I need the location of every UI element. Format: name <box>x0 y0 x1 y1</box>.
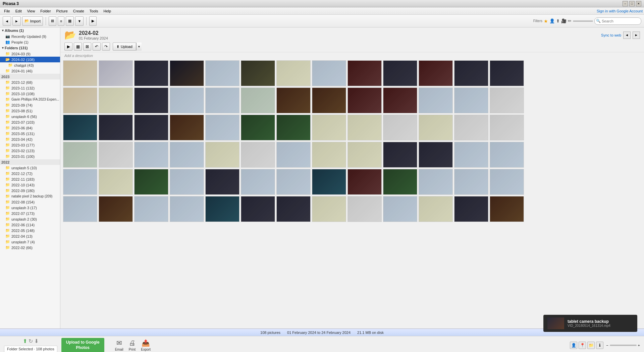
sync-left-button[interactable]: ◄ <box>623 32 631 39</box>
photo-thumbnail[interactable] <box>99 142 133 168</box>
photo-thumbnail[interactable] <box>276 60 311 86</box>
photo-thumbnail[interactable] <box>490 60 524 86</box>
photo-thumbnail[interactable] <box>63 169 97 195</box>
upload-button[interactable]: ⬆ Upload <box>113 43 136 51</box>
photo-thumbnail[interactable] <box>490 169 524 195</box>
menu-file[interactable]: File <box>1 8 13 14</box>
photo-thumbnail[interactable] <box>347 87 382 113</box>
photo-thumbnail[interactable] <box>383 196 417 222</box>
sidebar-item-2024-02[interactable]: 📂 2024-02 (108) <box>0 57 60 62</box>
forward-button[interactable]: ► <box>12 16 21 26</box>
photo-thumbnail[interactable] <box>241 115 275 140</box>
photo-thumbnail[interactable] <box>276 169 311 195</box>
menu-help[interactable]: Help <box>101 8 114 14</box>
photo-thumbnail[interactable] <box>63 115 97 140</box>
menu-create[interactable]: Create <box>70 8 87 14</box>
photo-thumbnail[interactable] <box>276 142 311 168</box>
sidebar-item-2023-05[interactable]: 📁2023-05 (131) <box>0 131 60 136</box>
sidebar-item-2023-12[interactable]: 📁2023-12 (68) <box>0 79 60 85</box>
photo-thumbnail[interactable] <box>490 87 524 113</box>
photo-thumbnail[interactable] <box>419 169 453 195</box>
sidebar-item-2022-12[interactable]: 📁2022-12 (72) <box>0 171 60 176</box>
sync-right-button[interactable]: ► <box>633 32 640 39</box>
view-folder-button[interactable]: 📁 <box>587 342 595 349</box>
photo-thumbnail[interactable] <box>383 60 417 86</box>
close-button[interactable]: ✕ <box>636 1 641 6</box>
description-area[interactable]: Add a description <box>60 52 644 59</box>
photo-thumbnail[interactable] <box>490 196 524 222</box>
sidebar-item-2022-05[interactable]: 📁2022-05 (148) <box>0 228 60 233</box>
photo-thumbnail[interactable] <box>454 60 488 86</box>
signin-link[interactable]: Sign in with Google Account <box>597 9 643 13</box>
photo-thumbnail[interactable] <box>99 60 133 86</box>
photo-thumbnail[interactable] <box>241 169 275 195</box>
sidebar-item-2023-04[interactable]: 📁2023-04 (42) <box>0 136 60 142</box>
back-button[interactable]: ◄ <box>3 16 11 26</box>
view-info-button[interactable]: ℹ <box>596 342 603 349</box>
photo-thumbnail[interactable] <box>63 87 97 113</box>
photo-thumbnail[interactable] <box>134 142 168 168</box>
photo-thumbnail[interactable] <box>490 142 524 168</box>
photo-thumbnail[interactable] <box>347 60 382 86</box>
photo-thumbnail[interactable] <box>454 115 488 140</box>
folders-section-header[interactable]: ▼ Folders (131) <box>0 45 60 51</box>
photo-thumbnail[interactable] <box>63 142 97 168</box>
minimize-button[interactable]: – <box>623 1 628 6</box>
photo-thumbnail[interactable] <box>312 169 346 195</box>
sidebar-item-natalie[interactable]: 📁natalie pixel 2 backup (209) <box>0 193 60 199</box>
photo-thumbnail[interactable] <box>383 87 417 113</box>
collage-button[interactable]: ⊠ <box>83 43 91 51</box>
albums-section-header[interactable]: ▼ Albums (1) <box>0 27 60 34</box>
photo-thumbnail[interactable] <box>383 169 417 195</box>
sidebar-item-2023-06[interactable]: 📁2023-06 (84) <box>0 125 60 131</box>
photo-thumbnail[interactable] <box>99 115 133 140</box>
filter-edit-icon[interactable]: ✏ <box>568 18 572 23</box>
photo-thumbnail[interactable] <box>170 169 204 195</box>
photo-thumbnail[interactable] <box>241 87 275 113</box>
sidebar-item-2022-07[interactable]: 📁2022-07 (173) <box>0 211 60 216</box>
sidebar-item-unsplash5[interactable]: 📁unsplash 5 (10) <box>0 165 60 171</box>
sidebar-item-unsplash7[interactable]: 📁unsplash 7 (4) <box>0 239 60 245</box>
photo-thumbnail[interactable] <box>134 169 168 195</box>
export-action[interactable]: 📤 Export <box>141 339 151 351</box>
sidebar-item-2022-04[interactable]: 📁2022-04 (13) <box>0 233 60 239</box>
filter-upload-icon[interactable]: ⬆ <box>556 18 560 23</box>
sidebar-item-2024-03[interactable]: 📁 2024-03 (9) <box>0 51 60 57</box>
sidebar-item-2024-01[interactable]: 📁 2024-01 (46) <box>0 68 60 74</box>
sidebar-item-2022-09[interactable]: 📁2022-09 (180) <box>0 188 60 193</box>
photo-thumbnail[interactable] <box>276 87 311 113</box>
photo-thumbnail[interactable] <box>276 115 311 140</box>
photo-thumbnail[interactable] <box>347 196 382 222</box>
sidebar-item-2023-02[interactable]: 📁2023-02 (123) <box>0 148 60 154</box>
photo-thumbnail[interactable] <box>170 87 204 113</box>
menu-edit[interactable]: Edit <box>13 8 24 14</box>
sidebar-item-unsplash6[interactable]: 📁unsplash 6 (56) <box>0 114 60 119</box>
photo-thumbnail[interactable] <box>312 196 346 222</box>
sidebar-item-2023-11[interactable]: 📁2023-11 (132) <box>0 85 60 91</box>
photo-thumbnail[interactable] <box>312 115 346 140</box>
sidebar-item-2023-10[interactable]: 📁2023-10 (108) <box>0 91 60 97</box>
photo-thumbnail[interactable] <box>454 87 488 113</box>
sidebar-item-unsplash2[interactable]: 📁unsplash 2 (30) <box>0 216 60 222</box>
rotate-left-button[interactable]: ↶ <box>93 43 101 51</box>
photo-thumbnail[interactable] <box>134 87 168 113</box>
menu-folder[interactable]: Folder <box>38 8 53 14</box>
sidebar-item-2023-01[interactable]: 📁2023-01 (100) <box>0 154 60 159</box>
view-table-button[interactable]: ▦ <box>66 16 74 26</box>
filter-star-icon[interactable]: ★ <box>544 18 548 24</box>
photo-thumbnail[interactable] <box>347 169 382 195</box>
photo-thumbnail[interactable] <box>419 115 453 140</box>
photo-thumbnail[interactable] <box>205 115 239 140</box>
filter-slider[interactable] <box>573 20 593 22</box>
filter-video-icon[interactable]: 🎥 <box>561 18 567 23</box>
sidebar-item-gavin[interactable]: 📁Gavin Phillips IFA 2023 Expen... <box>0 97 60 102</box>
sidebar-item-recently-updated[interactable]: 📷 Recently Updated (9) <box>0 34 60 39</box>
photo-thumbnail[interactable] <box>170 142 204 168</box>
play-slideshow-button[interactable]: ▶ <box>64 43 72 51</box>
photo-thumbnail[interactable] <box>63 196 97 222</box>
restore-button[interactable]: □ <box>629 1 635 6</box>
menu-view[interactable]: View <box>24 8 38 14</box>
import-button[interactable]: 📂 Import <box>22 16 43 26</box>
photo-thumbnail[interactable] <box>63 60 97 86</box>
sidebar-item-2022-08[interactable]: 📁2022-08 (154) <box>0 199 60 205</box>
